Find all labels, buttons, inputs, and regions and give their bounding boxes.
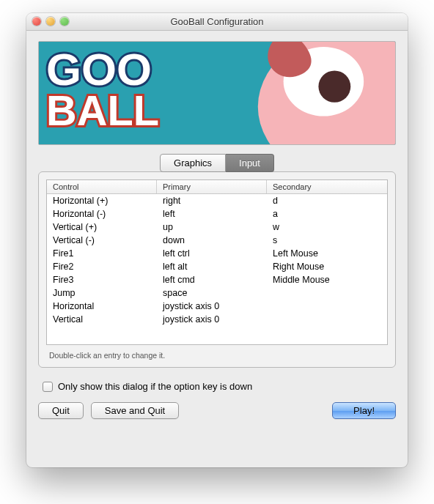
cell-control: Horizontal xyxy=(47,300,157,313)
save-and-quit-button[interactable]: Save and Quit xyxy=(91,402,179,419)
option-key-row: Only show this dialog if the option key … xyxy=(43,381,396,392)
cell-control: Fire1 xyxy=(47,247,157,260)
cell-control: Horizontal (+) xyxy=(47,194,157,207)
cell-control: Vertical (-) xyxy=(47,234,157,247)
tabs: Graphics Input xyxy=(38,154,396,172)
banner-logo-line2: BALL xyxy=(46,88,159,135)
cell-primary: joystick axis 0 xyxy=(157,300,267,313)
cell-primary: left ctrl xyxy=(157,247,267,260)
header-control[interactable]: Control xyxy=(47,180,157,193)
cell-secondary: Right Mouse xyxy=(267,260,387,273)
table-row[interactable]: Fire2left altRight Mouse xyxy=(47,260,387,273)
cell-secondary: a xyxy=(267,207,387,220)
cell-primary: down xyxy=(157,234,267,247)
cell-control: Fire3 xyxy=(47,273,157,286)
table-header: Control Primary Secondary xyxy=(47,180,387,194)
cell-primary: joystick axis 0 xyxy=(157,313,267,326)
table-hint: Double-click an entry to change it. xyxy=(46,345,388,361)
quit-button[interactable]: Quit xyxy=(38,402,84,419)
play-button[interactable]: Play! xyxy=(332,402,396,419)
minimize-icon[interactable] xyxy=(46,17,55,26)
table-row[interactable]: Fire1left ctrlLeft Mouse xyxy=(47,247,387,260)
cell-secondary: Left Mouse xyxy=(267,247,387,260)
zoom-icon[interactable] xyxy=(60,17,69,26)
cell-control: Vertical (+) xyxy=(47,220,157,234)
table-row[interactable]: Jumpspace xyxy=(47,286,387,300)
table-row[interactable]: Verticaljoystick axis 0 xyxy=(47,313,387,326)
cell-secondary xyxy=(267,286,387,300)
cell-secondary: d xyxy=(267,194,387,207)
window-controls xyxy=(32,17,69,26)
tab-pane-input: Control Primary Secondary Horizontal (+)… xyxy=(38,171,396,368)
cell-primary: up xyxy=(157,220,267,234)
cell-secondary xyxy=(267,313,387,326)
banner: GOO BALL xyxy=(38,41,396,145)
cell-primary: left alt xyxy=(157,260,267,273)
close-icon[interactable] xyxy=(32,17,41,26)
table-row[interactable]: Fire3left cmdMiddle Mouse xyxy=(47,273,387,286)
cell-secondary: s xyxy=(267,234,387,247)
svg-point-3 xyxy=(318,70,350,102)
table-body: Horizontal (+)rightdHorizontal (-)leftaV… xyxy=(47,194,387,326)
button-row: Quit Save and Quit Play! xyxy=(38,402,396,419)
table-row[interactable]: Horizontaljoystick axis 0 xyxy=(47,300,387,313)
content: GOO BALL Graphics Input Control Primary … xyxy=(26,31,408,431)
window: GooBall Configuration GOO BALL Graphics xyxy=(26,13,408,467)
table-row[interactable]: Horizontal (+)rightd xyxy=(47,194,387,207)
tab-input[interactable]: Input xyxy=(226,154,274,172)
header-secondary[interactable]: Secondary xyxy=(267,180,387,193)
cell-primary: left cmd xyxy=(157,273,267,286)
option-key-label: Only show this dialog if the option key … xyxy=(58,381,252,392)
table-row[interactable]: Vertical (-)downs xyxy=(47,234,387,247)
header-primary[interactable]: Primary xyxy=(157,180,267,193)
table-row[interactable]: Vertical (+)upw xyxy=(47,220,387,234)
tab-graphics[interactable]: Graphics xyxy=(160,154,226,172)
cell-secondary: w xyxy=(267,220,387,234)
cell-primary: left xyxy=(157,207,267,220)
cell-secondary xyxy=(267,300,387,313)
cell-control: Fire2 xyxy=(47,260,157,273)
cell-primary: space xyxy=(157,286,267,300)
option-key-checkbox[interactable] xyxy=(43,382,53,392)
cell-control: Jump xyxy=(47,286,157,300)
cell-primary: right xyxy=(157,194,267,207)
cell-secondary: Middle Mouse xyxy=(267,273,387,286)
window-title: GooBall Configuration xyxy=(32,16,402,27)
cell-control: Vertical xyxy=(47,313,157,326)
titlebar: GooBall Configuration xyxy=(26,13,408,31)
controls-table[interactable]: Control Primary Secondary Horizontal (+)… xyxy=(46,179,388,345)
cell-control: Horizontal (-) xyxy=(47,207,157,220)
table-row[interactable]: Horizontal (-)lefta xyxy=(47,207,387,220)
tab-container: Graphics Input Control Primary Secondary… xyxy=(38,154,396,368)
